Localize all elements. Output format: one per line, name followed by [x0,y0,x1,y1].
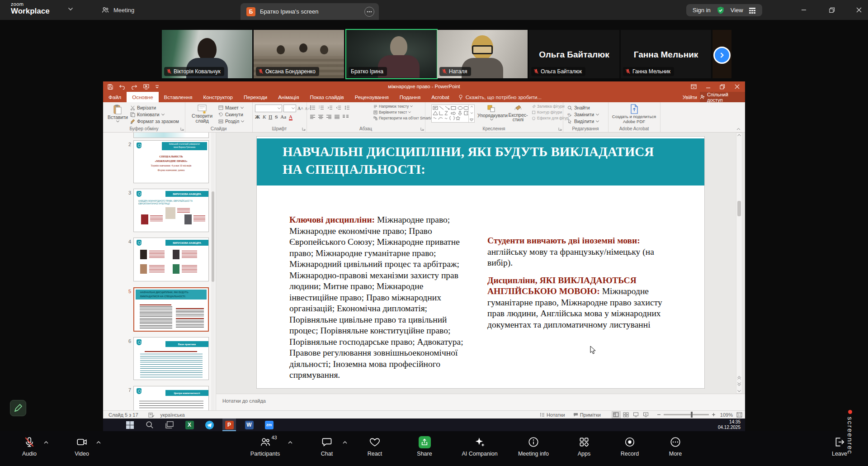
paste-button[interactable]: Вставити [108,105,127,123]
view-button[interactable]: View [731,7,743,14]
comments-toggle[interactable]: Примітки [573,412,601,418]
normal-view-button[interactable] [612,411,621,418]
zoom-slider[interactable] [664,414,709,415]
react-button[interactable]: React [353,435,396,457]
apps-button[interactable]: Apps [562,435,606,457]
underline-button[interactable]: П [269,114,272,119]
participants-options-caret[interactable] [288,441,292,444]
grow-font-icon[interactable]: A˄ [297,106,303,111]
tab-design[interactable]: Конструктор [198,92,238,102]
quick-styles-button[interactable]: Експрес-стилі [506,105,530,122]
zoom-in-button[interactable] [712,413,716,417]
previous-slide-icon[interactable] [736,376,742,380]
excel-icon[interactable]: X [183,418,196,431]
slide-thumbnail-2[interactable]: Київський столичний університет імені Бо… [133,140,209,183]
select-button[interactable]: Виділити [567,119,599,124]
drawing-dialog-launcher-icon[interactable] [558,127,562,131]
next-slide-icon[interactable] [736,382,742,386]
cut-button[interactable]: Вирізати [130,105,179,110]
section-button[interactable]: Розділ [218,119,244,124]
taskbar-clock[interactable]: 14:35 04.12.2025 [718,419,745,430]
audio-options-caret[interactable] [44,441,48,444]
video-tile[interactable]: Вікторія Ковальчук [162,30,252,78]
font-name-combobox[interactable] [255,105,282,112]
replace-button[interactable]: abЗамінити [567,112,599,117]
notes-toggle[interactable]: Нотатки [540,412,565,418]
tab-acrobat[interactable]: Acrobat [426,92,455,102]
copy-button[interactable]: Копіювати [130,112,179,117]
tab-review[interactable]: Рецензування [349,92,394,102]
window-minimize-button[interactable] [794,0,814,20]
find-button[interactable]: Знайти [567,105,599,110]
list-indent-buttons[interactable]: 12 [310,105,350,110]
font-dialog-launcher-icon[interactable] [302,127,306,131]
language-indicator[interactable]: українська [160,412,185,418]
slide-sorter-view-button[interactable] [622,411,631,418]
annotate-button[interactable] [10,400,26,416]
video-tile-no-video[interactable]: Ольга Байталюк Ольга Байталюк [529,30,619,78]
chat-button[interactable]: Chat [302,435,352,457]
slide-thumbnail-pane[interactable]: 2 Київський столичний університет імені … [103,133,216,410]
meeting-info-button[interactable]: Meeting info [506,435,561,457]
scroll-down-icon[interactable] [736,390,742,392]
slide-right-column[interactable]: Студенти вивчають дві іноземні мови: анг… [487,235,670,330]
tab-shared-screen[interactable]: Б Братко Ірина's screen [241,3,379,20]
ppt-minimize-button[interactable] [701,81,715,92]
ppt-close-button[interactable] [730,81,744,92]
window-close-button[interactable] [849,0,868,20]
slide-thumbnail-5-selected[interactable]: НАВЧАЛЬНІ ДИСЦИПЛІНИ, ЯКІ БУДУТЬ ВИКЛАДА… [133,287,209,332]
slide-title-band[interactable]: НАВЧАЛЬНІ ДИСЦИПЛІНИ, ЯКІ БУДУТЬ ВИКЛАДА… [257,138,704,185]
zoom-out-button[interactable] [657,413,661,417]
scroll-up-icon[interactable] [736,134,742,136]
editor-scrollbar[interactable] [736,133,742,394]
tab-view[interactable]: Подання [394,92,426,102]
font-size-combobox[interactable] [283,105,296,112]
tab-animations[interactable]: Анімація [273,92,304,102]
ribbon-display-options-icon[interactable] [686,81,701,92]
sign-in-button[interactable]: Sign in [693,7,711,14]
clipboard-dialog-launcher-icon[interactable] [180,127,184,131]
more-button[interactable]: More [654,435,697,457]
alignment-buttons[interactable] [310,114,349,119]
zoom-percentage[interactable]: 109% [720,412,733,418]
reading-view-button[interactable] [632,411,641,418]
format-painter-button[interactable]: Формат за зразком [130,119,179,124]
share-button[interactable]: Share [403,435,446,457]
tab-home[interactable]: Основне [127,92,158,102]
ppt-restore-button[interactable] [715,81,730,92]
video-options-caret[interactable] [96,441,101,444]
collapse-ribbon-icon[interactable] [736,128,741,130]
scrollbar-thumb[interactable] [212,191,214,282]
new-slide-button[interactable]: Створити слайд [189,105,216,124]
tab-more-icon[interactable] [364,7,374,17]
scrollbar-thumb[interactable] [737,201,741,216]
zoom-app-icon[interactable]: zm [262,418,276,431]
ai-companion-button[interactable]: AI Companion [453,435,507,457]
office-share-button[interactable]: Спільний доступ [700,92,745,102]
chat-options-caret[interactable] [343,441,347,444]
strikethrough-button[interactable]: S [275,114,278,119]
slide-thumbnail-3[interactable]: ВИПУСКОВА КАФЕДРА КАФЕДРА МІЖНАРОДНОГО П… [133,189,209,232]
slideshow-view-button[interactable] [642,411,651,418]
font-color-button[interactable]: А [289,114,292,120]
slide-thumbnail-7[interactable]: Центри компетентності [133,386,209,410]
slide-editor[interactable]: НАВЧАЛЬНІ ДИСЦИПЛІНИ, ЯКІ БУДУТЬ ВИКЛАДА… [216,133,745,394]
fit-slide-icon[interactable] [736,412,742,418]
tab-insert[interactable]: Вставлення [159,92,198,102]
slide-thumbnail-partial[interactable] [133,133,209,138]
tab-slideshow[interactable]: Показ слайдів [304,92,349,102]
italic-button[interactable]: К [263,114,266,119]
shapes-gallery-scroll[interactable] [468,105,474,122]
powerpoint-icon[interactable]: P [222,418,236,431]
slide-left-column[interactable]: Ключові дисципліни: Міжнародне право; Мі… [289,214,471,381]
chevron-down-icon[interactable] [68,7,73,11]
record-button[interactable]: Record [608,435,651,457]
tab-file[interactable]: Файл [103,92,127,102]
slide-thumbnail-6[interactable]: Бази практики [133,337,209,380]
reset-button[interactable]: Скинути [218,112,244,117]
video-button[interactable]: Video [60,435,104,457]
shapes-gallery[interactable] [431,105,475,123]
view-grid-icon[interactable] [749,7,756,14]
tab-meeting[interactable]: Meeting [101,0,134,20]
paragraph-dialog-launcher-icon[interactable] [420,127,424,131]
